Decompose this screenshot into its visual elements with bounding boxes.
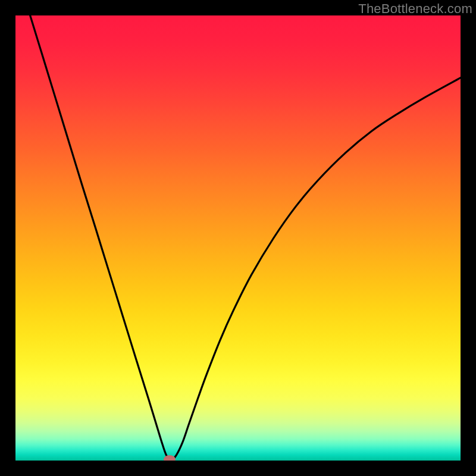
watermark-text: TheBottleneck.com [358, 1, 472, 17]
optimum-marker [164, 455, 176, 461]
bottleneck-curve [15, 15, 461, 461]
plot-area [15, 15, 461, 461]
chart-frame: TheBottleneck.com [0, 0, 476, 476]
